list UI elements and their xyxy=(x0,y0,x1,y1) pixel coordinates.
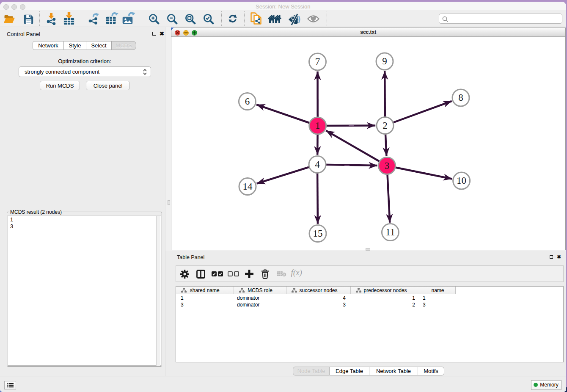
svg-text:7: 7 xyxy=(315,56,320,67)
svg-text:1: 1 xyxy=(315,120,320,131)
svg-text:9: 9 xyxy=(382,56,387,66)
svg-text:10: 10 xyxy=(457,175,466,186)
svg-text:14: 14 xyxy=(243,181,253,192)
svg-text:3: 3 xyxy=(385,160,390,171)
svg-text:8: 8 xyxy=(458,92,463,103)
svg-text:2: 2 xyxy=(383,120,388,131)
svg-text:4: 4 xyxy=(315,159,320,170)
svg-text:11: 11 xyxy=(385,227,395,237)
svg-text:6: 6 xyxy=(245,96,250,107)
svg-text:15: 15 xyxy=(313,228,323,239)
